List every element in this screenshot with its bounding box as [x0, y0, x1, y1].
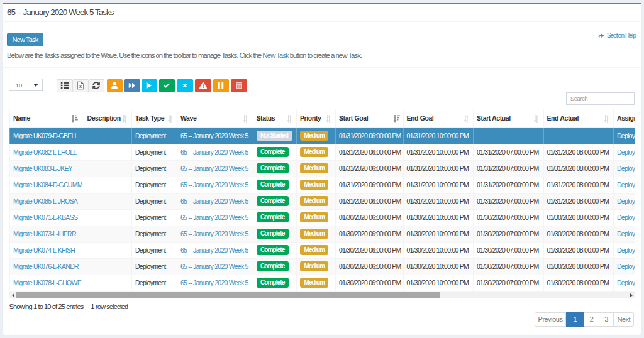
svg-text:x: x: [79, 84, 82, 89]
